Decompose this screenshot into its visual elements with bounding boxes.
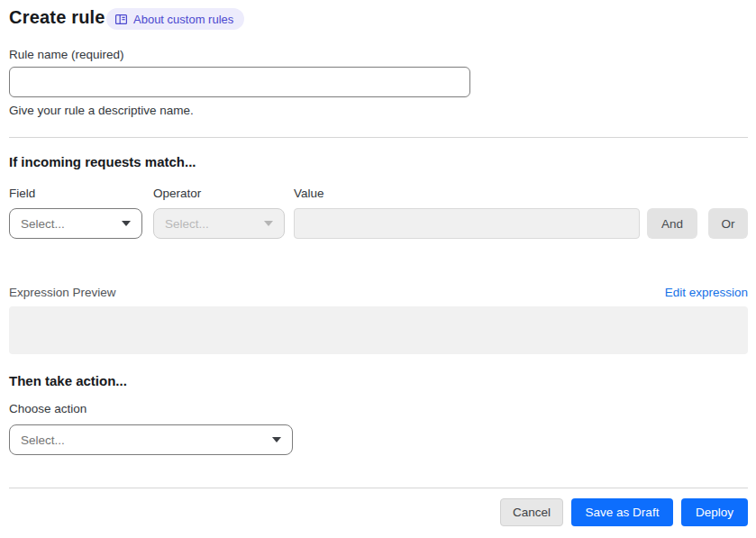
divider (9, 488, 748, 488)
rule-name-input[interactable] (9, 67, 470, 97)
choose-action-select[interactable]: Select... (9, 424, 293, 455)
divider (9, 137, 748, 138)
badge-label: About custom rules (133, 13, 233, 26)
page-title: Create rule (9, 7, 105, 28)
field-select-value: Select... (21, 217, 65, 231)
match-section-heading: If incoming requests match... (9, 154, 196, 169)
chevron-down-icon (122, 221, 131, 226)
about-custom-rules-badge[interactable]: About custom rules (106, 8, 244, 30)
rule-name-label: Rule name (required) (9, 48, 124, 61)
action-section-heading: Then take action... (9, 373, 127, 388)
chevron-down-icon (264, 221, 273, 226)
cancel-button[interactable]: Cancel (500, 498, 563, 526)
field-label: Field (9, 187, 35, 200)
field-select[interactable]: Select... (9, 208, 142, 239)
create-rule-page: Create rule About custom rules Rule name… (0, 0, 756, 538)
value-label: Value (294, 187, 324, 200)
edit-expression-link[interactable]: Edit expression (665, 286, 748, 299)
book-icon (114, 13, 128, 26)
rule-name-helper: Give your rule a descriptive name. (9, 104, 194, 117)
expression-preview-box (9, 306, 748, 354)
choose-action-label: Choose action (9, 402, 87, 415)
expression-preview-label: Expression Preview (9, 286, 116, 299)
save-as-draft-button[interactable]: Save as Draft (571, 498, 673, 526)
operator-select[interactable]: Select... (153, 208, 285, 239)
operator-select-value: Select... (165, 217, 209, 231)
choose-action-select-value: Select... (21, 433, 65, 447)
chevron-down-icon (272, 437, 281, 442)
operator-label: Operator (153, 187, 201, 200)
deploy-button[interactable]: Deploy (681, 498, 748, 526)
or-button[interactable]: Or (708, 208, 748, 239)
value-input[interactable] (294, 208, 640, 239)
and-button[interactable]: And (647, 208, 697, 239)
